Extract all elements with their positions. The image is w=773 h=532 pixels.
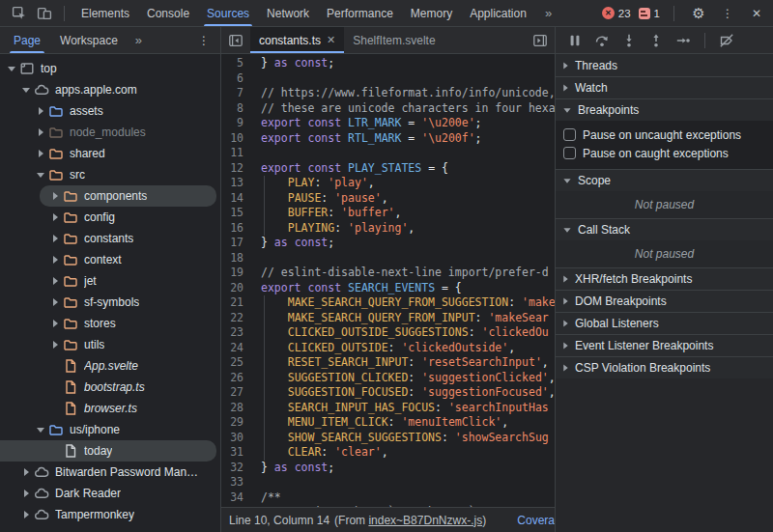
disclosure-right-icon[interactable]	[49, 235, 61, 242]
code-line[interactable]: 10export const RTL_MARK = '\u200f';	[221, 131, 555, 147]
tab-sources[interactable]: Sources	[198, 0, 258, 26]
tree-item-dark-reader[interactable]: Dark Reader	[0, 483, 220, 504]
section-header-global-listeners[interactable]: Global Listeners	[556, 312, 773, 334]
line-number[interactable]: 17	[221, 236, 252, 251]
close-tab-icon[interactable]: ✕	[327, 34, 335, 46]
code-line-content[interactable]: CLICKED_OUTSIDE_SUGGESTIONS: 'clickedOu	[252, 325, 555, 341]
tree-item-assets[interactable]: assets	[0, 100, 220, 122]
line-number[interactable]: 15	[221, 206, 252, 221]
code-line[interactable]: 33	[221, 475, 555, 490]
navigator-kebab-icon[interactable]: ⋮	[193, 34, 215, 47]
tree-item-bitwarden-password-man[interactable]: Bitwarden Password Man…	[0, 462, 220, 483]
checkbox-unchecked-icon[interactable]	[563, 128, 576, 141]
code-line-content[interactable]: } as const;	[252, 236, 555, 251]
line-number[interactable]: 21	[221, 295, 252, 311]
line-number[interactable]: 31	[221, 445, 252, 461]
hide-navigator-icon[interactable]	[224, 29, 247, 52]
code-line-content[interactable]: /**	[252, 490, 555, 506]
code-line[interactable]: 9export const LTR_MARK = '\u200e';	[221, 116, 555, 131]
section-header-threads[interactable]: Threads	[556, 54, 773, 76]
line-number[interactable]: 11	[221, 146, 252, 161]
disclosure-right-icon[interactable]	[49, 298, 61, 306]
disclosure-right-icon[interactable]	[35, 128, 46, 136]
code-line-content[interactable]: SUGGESTION_CLICKED: 'suggestionClicked',	[252, 371, 555, 386]
code-line[interactable]: 12export const PLAY_STATES = {	[221, 161, 555, 177]
tree-item-sf-symbols[interactable]: sf-symbols	[0, 292, 220, 313]
tree-item-stores[interactable]: stores	[0, 313, 220, 334]
code-line-content[interactable]: PLAYING: 'playing',	[252, 221, 555, 237]
code-line-content[interactable]	[252, 251, 555, 266]
line-number[interactable]: 16	[221, 221, 252, 237]
code-line[interactable]: 26 SUGGESTION_CLICKED: 'suggestionClicke…	[221, 371, 555, 386]
checkbox-row-pause-on-uncaught-exceptions[interactable]: Pause on uncaught exceptions	[556, 126, 773, 144]
code-line[interactable]: 25 RESET_SEARCH_INPUT: 'resetSearchInput…	[221, 355, 555, 371]
line-number[interactable]: 8	[221, 101, 252, 117]
step-out-button[interactable]	[644, 29, 668, 52]
disclosure-down-icon[interactable]	[35, 428, 46, 433]
code-line[interactable]: 24 CLICKED_OUTSIDE: 'clickedOutside',	[221, 341, 555, 356]
coverage-link[interactable]: Covera	[517, 514, 555, 527]
code-line[interactable]: 5} as const;	[221, 56, 555, 71]
code-line-content[interactable]: // https://www.fileformat.info/info/unic…	[252, 86, 555, 101]
step-over-button[interactable]	[590, 29, 614, 52]
tree-item-top[interactable]: top	[0, 58, 220, 79]
code-line-content[interactable]: SUGGESTION_FOCUSED: 'suggestionFocused',	[252, 385, 555, 401]
code-line-content[interactable]: PAUSE: 'pause',	[252, 191, 555, 207]
code-line-content[interactable]: RESET_SEARCH_INPUT: 'resetSearchInput',	[252, 355, 555, 371]
tree-item-config[interactable]: config	[0, 207, 220, 228]
navigator-more-chevron-icon[interactable]: »	[128, 33, 150, 47]
tree-item-today[interactable]: today	[0, 440, 216, 462]
code-line[interactable]: 22 MAKE_SEARCH_QUERY_FROM_INPUT: 'makeSe…	[221, 311, 555, 326]
code-line-content[interactable]: PLAY: 'play',	[252, 176, 555, 191]
deactivate-breakpoints-button[interactable]	[715, 29, 738, 52]
line-number[interactable]: 18	[221, 251, 252, 266]
code-line-content[interactable]: export const RTL_MARK = '\u200f';	[252, 131, 555, 147]
code-line-content[interactable]: export const SEARCH_EVENTS = {	[252, 281, 555, 296]
code-line[interactable]: 27 SUGGESTION_FOCUSED: 'suggestionFocuse…	[221, 385, 555, 401]
code-line-content[interactable]	[252, 146, 555, 161]
disclosure-right-icon[interactable]	[35, 107, 46, 115]
code-line[interactable]: 23 CLICKED_OUTSIDE_SUGGESTIONS: 'clicked…	[221, 325, 555, 341]
tree-item-utils[interactable]: utils	[0, 334, 220, 355]
device-toolbar-icon[interactable]	[33, 2, 56, 25]
section-header-csp-violation-breakpoints[interactable]: CSP Violation Breakpoints	[556, 356, 773, 378]
line-number[interactable]: 5	[221, 56, 252, 71]
code-line-content[interactable]	[252, 71, 555, 87]
line-number[interactable]: 32	[221, 461, 252, 476]
line-number[interactable]: 19	[221, 266, 252, 281]
code-line-content[interactable]: MENU_ITEM_CLICK: 'menuItemClick',	[252, 415, 555, 431]
code-line-content[interactable]: SEARCH_INPUT_HAS_FOCUS: 'searchInputHas	[252, 401, 555, 416]
line-number[interactable]: 6	[221, 71, 252, 87]
code-line[interactable]: 8// these are unicode characters in four…	[221, 101, 555, 117]
code-line-content[interactable]: // eslint-disable-next-line import/prefe…	[252, 266, 555, 281]
code-line[interactable]: 31 CLEAR: 'clear',	[221, 445, 555, 461]
code-editor[interactable]: 5} as const;67// https://www.fileformat.…	[221, 54, 555, 507]
disclosure-right-icon[interactable]	[35, 150, 46, 157]
section-header-xhr-fetch-breakpoints[interactable]: XHR/fetch Breakpoints	[556, 267, 773, 290]
issues-count-badge[interactable]: 1	[639, 8, 660, 19]
code-line-content[interactable]: BUFFER: 'buffer',	[252, 206, 555, 221]
tree-item-app-svelte[interactable]: App.svelte	[0, 355, 220, 377]
section-header-watch[interactable]: Watch	[556, 76, 773, 98]
disclosure-right-icon[interactable]	[49, 341, 61, 349]
tree-item-components[interactable]: components	[40, 185, 216, 207]
code-line-content[interactable]	[252, 475, 555, 490]
tree-item-tampermonkey[interactable]: Tampermonkey	[0, 504, 220, 525]
code-line[interactable]: 28 SEARCH_INPUT_HAS_FOCUS: 'searchInputH…	[221, 401, 555, 416]
disclosure-right-icon[interactable]	[49, 320, 61, 327]
tree-item-src[interactable]: src	[0, 164, 220, 185]
disclosure-down-icon[interactable]	[35, 173, 46, 178]
line-number[interactable]: 34	[221, 490, 252, 506]
code-line-content[interactable]: * Locations where `SearchInput` componen…	[252, 505, 555, 507]
tab-console[interactable]: Console	[138, 0, 198, 26]
disclosure-right-icon[interactable]	[20, 511, 32, 518]
line-number[interactable]: 27	[221, 385, 252, 401]
checkbox-unchecked-icon[interactable]	[563, 147, 576, 159]
settings-gear-icon[interactable]: ⚙	[688, 5, 709, 22]
tree-item-constants[interactable]: constants	[0, 228, 220, 249]
inspect-element-icon[interactable]	[8, 2, 31, 25]
checkbox-row-pause-on-caught-exceptions[interactable]: Pause on caught exceptions	[556, 144, 773, 162]
pause-button[interactable]	[563, 29, 587, 52]
code-line[interactable]: 11	[221, 146, 555, 161]
code-line-content[interactable]: export const PLAY_STATES = {	[252, 161, 555, 177]
